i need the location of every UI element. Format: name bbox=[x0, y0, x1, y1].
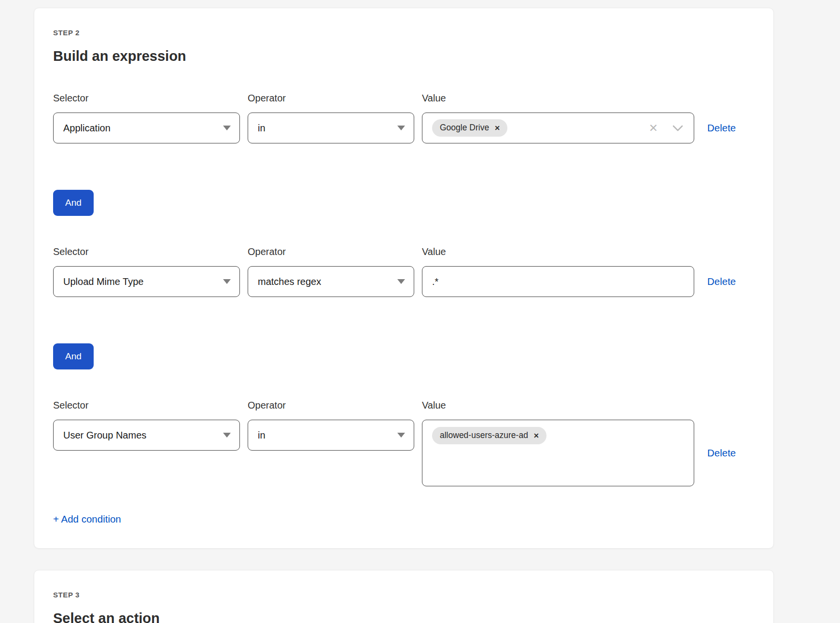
delete-condition-link[interactable]: Delete bbox=[707, 447, 736, 458]
operator-dropdown[interactable]: in bbox=[248, 113, 414, 143]
value-tag-label: Google Drive bbox=[440, 123, 489, 133]
selector-column-label: Selector bbox=[53, 246, 240, 257]
caret-down-icon bbox=[223, 433, 231, 438]
value-column-label: Value bbox=[422, 246, 694, 257]
chevron-down-icon[interactable] bbox=[672, 125, 683, 131]
condition-row: Selector Operator Value User Group Names… bbox=[53, 399, 754, 486]
selector-dropdown[interactable]: Application bbox=[53, 113, 240, 143]
selector-dropdown-value: Application bbox=[63, 123, 111, 134]
tag-remove-icon[interactable]: ✕ bbox=[533, 432, 539, 439]
caret-down-icon bbox=[223, 279, 231, 284]
selector-dropdown-value: Upload Mime Type bbox=[63, 276, 143, 287]
operator-column-label: Operator bbox=[248, 92, 414, 104]
selector-dropdown[interactable]: User Group Names bbox=[53, 420, 240, 451]
value-tag: allowed-users-azure-ad ✕ bbox=[432, 427, 546, 444]
caret-down-icon bbox=[397, 433, 405, 438]
condition-row: Selector Operator Value Upload Mime Type… bbox=[53, 246, 754, 297]
operator-dropdown-value: in bbox=[258, 123, 266, 134]
value-column-label: Value bbox=[422, 92, 694, 104]
caret-down-icon bbox=[397, 279, 405, 284]
caret-down-icon bbox=[223, 126, 231, 130]
select-action-card: STEP 3 Select an action bbox=[34, 570, 774, 623]
tag-remove-icon[interactable]: ✕ bbox=[494, 125, 500, 131]
build-expression-title: Build an expression bbox=[53, 48, 754, 64]
operator-column-label: Operator bbox=[248, 246, 414, 257]
operator-dropdown[interactable]: in bbox=[248, 420, 414, 451]
selector-column-label: Selector bbox=[53, 399, 240, 411]
value-input[interactable] bbox=[432, 276, 685, 287]
operator-dropdown-value: in bbox=[258, 430, 266, 441]
delete-condition-link[interactable]: Delete bbox=[707, 122, 736, 133]
value-controls: ✕ bbox=[649, 123, 685, 134]
clear-icon[interactable]: ✕ bbox=[649, 123, 658, 134]
value-column-label: Value bbox=[422, 399, 694, 411]
selector-dropdown-value: User Group Names bbox=[63, 430, 146, 441]
select-action-title: Select an action bbox=[53, 610, 754, 623]
value-field[interactable] bbox=[422, 266, 694, 297]
value-tag-label: allowed-users-azure-ad bbox=[440, 430, 528, 440]
and-button[interactable]: And bbox=[53, 190, 94, 216]
operator-column-label: Operator bbox=[248, 399, 414, 411]
value-multiselect[interactable]: allowed-users-azure-ad ✕ bbox=[422, 420, 694, 486]
operator-dropdown[interactable]: matches regex bbox=[248, 266, 414, 297]
step-3-label: STEP 3 bbox=[53, 591, 754, 599]
step-2-label: STEP 2 bbox=[53, 28, 754, 37]
operator-dropdown-value: matches regex bbox=[258, 276, 321, 287]
value-tag: Google Drive ✕ bbox=[432, 119, 507, 137]
caret-down-icon bbox=[397, 126, 405, 130]
value-multiselect[interactable]: Google Drive ✕ ✕ bbox=[422, 113, 694, 143]
condition-row: Selector Operator Value Application in G… bbox=[53, 92, 754, 143]
delete-condition-link[interactable]: Delete bbox=[707, 276, 736, 287]
and-button[interactable]: And bbox=[53, 343, 94, 369]
build-expression-card: STEP 2 Build an expression Selector Oper… bbox=[34, 8, 774, 549]
add-condition-link[interactable]: + Add condition bbox=[53, 513, 121, 524]
selector-column-label: Selector bbox=[53, 92, 240, 104]
selector-dropdown[interactable]: Upload Mime Type bbox=[53, 266, 240, 297]
